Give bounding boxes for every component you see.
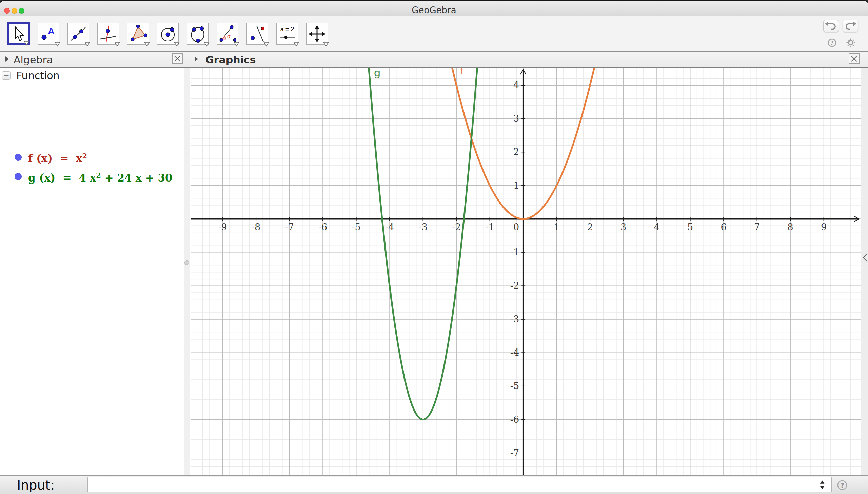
svg-text:a = 2: a = 2 (280, 26, 294, 33)
perpendicular-line-icon (99, 25, 117, 43)
point-icon: A (40, 25, 57, 43)
formula-superscript: 2 (96, 171, 101, 179)
ellipse-icon (189, 25, 206, 43)
object-visibility-dot-f[interactable] (15, 154, 22, 161)
svg-text:-4: -4 (510, 347, 519, 358)
polygon-tool-button[interactable] (127, 23, 149, 45)
grid-minor (191, 68, 861, 475)
tool-dropdown-icon[interactable] (144, 42, 150, 47)
graphics-close-button[interactable] (849, 53, 860, 64)
help-icon[interactable]: ? (828, 38, 836, 47)
svg-text:3: 3 (513, 113, 519, 124)
tool-dropdown-icon[interactable] (293, 42, 299, 47)
right-collapse-strip[interactable] (861, 68, 868, 475)
tool-dropdown-icon[interactable] (174, 42, 180, 47)
reflect-about-line-tool-button[interactable] (246, 23, 268, 45)
circle-with-center-tool-button[interactable] (157, 23, 179, 45)
tool-dropdown-icon[interactable] (55, 42, 60, 47)
svg-text:4: 4 (654, 222, 660, 232)
function-section-collapse-button[interactable]: − (2, 71, 11, 80)
svg-text:1: 1 (554, 222, 559, 232)
grid-major (191, 68, 861, 475)
svg-text:7: 7 (754, 222, 760, 232)
formula-text: f (x) = x (28, 152, 82, 165)
tool-dropdown-icon[interactable] (84, 42, 90, 47)
tool-dropdown-icon[interactable] (24, 41, 29, 46)
undo-icon (824, 20, 839, 32)
algebra-disclosure-icon[interactable] (5, 56, 9, 62)
svg-text:-2: -2 (510, 280, 519, 291)
svg-text:-5: -5 (352, 222, 360, 232)
formula-text: + 24 x + 30 (101, 172, 173, 184)
algebra-panel-title: Algebra (14, 54, 53, 66)
svg-text:2: 2 (513, 147, 519, 157)
move-tool-button[interactable] (7, 22, 30, 45)
window-title: GeoGebra (0, 5, 868, 15)
titlebar[interactable]: GeoGebra (0, 0, 868, 16)
object-visibility-dot-g[interactable] (15, 173, 22, 180)
curve-label-f[interactable]: f (460, 68, 464, 77)
svg-text:0: 0 (513, 222, 519, 232)
algebra-item-g[interactable]: g (x) = 4 x2 + 24 x + 30 (28, 171, 173, 184)
line-icon (70, 25, 87, 43)
svg-text:-7: -7 (510, 448, 519, 458)
svg-text:-8: -8 (252, 222, 260, 232)
svg-text:-1: -1 (485, 222, 494, 232)
collapse-left-icon[interactable] (862, 253, 868, 262)
svg-text:?: ? (840, 481, 844, 489)
graphics-disclosure-icon[interactable] (194, 56, 199, 62)
graphics-view[interactable]: -9-8-7-6-5-4-3-2-11234567890-7-6-5-4-3-2… (190, 68, 861, 475)
slider-icon: a = 2 (278, 25, 296, 43)
toolbar: A (0, 16, 868, 52)
command-input[interactable] (87, 477, 832, 492)
tool-dropdown-icon[interactable] (263, 42, 269, 47)
ellipse-tool-button[interactable] (187, 23, 209, 45)
algebra-close-button[interactable] (172, 53, 183, 64)
graphics-canvas[interactable]: -9-8-7-6-5-4-3-2-11234567890-7-6-5-4-3-2… (191, 68, 861, 475)
panel-header-band: Algebra Graphics (0, 52, 868, 68)
panel-divider[interactable] (184, 68, 190, 475)
divider-drag-handle[interactable] (184, 260, 189, 265)
close-icon (173, 55, 181, 63)
move-graphics-view-tool-button[interactable] (306, 23, 328, 45)
svg-text:-6: -6 (510, 414, 519, 425)
angle-icon: α (219, 25, 236, 43)
algebra-item-f[interactable]: f (x) = x2 (28, 152, 87, 165)
input-label: Input: (17, 478, 55, 493)
algebra-panel: − Function f (x) = x2 g (x) = 4 x2 + 24 … (0, 68, 184, 475)
slider-tool-button[interactable]: a = 2 (276, 23, 298, 45)
circle-icon (159, 25, 177, 43)
svg-text:-2: -2 (452, 222, 461, 232)
polygon-icon (129, 25, 147, 43)
svg-text:-6: -6 (318, 222, 327, 232)
svg-text:2: 2 (587, 222, 593, 232)
svg-text:-3: -3 (418, 222, 427, 232)
input-history-spinner[interactable] (818, 480, 826, 490)
svg-text:-5: -5 (510, 381, 519, 391)
point-tool-button[interactable]: A (38, 23, 59, 45)
tool-dropdown-icon[interactable] (323, 42, 329, 47)
undo-button[interactable] (823, 20, 839, 32)
svg-text:α: α (227, 33, 231, 39)
svg-text:8: 8 (788, 222, 793, 232)
input-help-icon[interactable]: ? (837, 480, 848, 491)
svg-text:A: A (48, 26, 55, 36)
settings-gear-icon[interactable] (846, 38, 855, 47)
close-icon (850, 55, 858, 63)
angle-tool-button[interactable]: α (217, 23, 238, 45)
redo-button[interactable] (843, 20, 858, 32)
svg-text:5: 5 (687, 222, 693, 232)
graphics-panel-title: Graphics (205, 54, 256, 66)
function-section-label: Function (16, 70, 60, 81)
svg-text:1: 1 (513, 180, 519, 191)
curve-label-g[interactable]: g (374, 68, 381, 79)
reflect-icon (249, 25, 266, 43)
line-tool-button[interactable] (67, 23, 89, 45)
tool-dropdown-icon[interactable] (234, 42, 239, 47)
tool-dropdown-icon[interactable] (114, 42, 120, 47)
svg-text:-4: -4 (385, 222, 394, 232)
tool-dropdown-icon[interactable] (204, 42, 210, 47)
svg-text:3: 3 (620, 222, 626, 232)
svg-text:-1: -1 (510, 247, 519, 258)
perpendicular-line-tool-button[interactable] (97, 23, 119, 45)
